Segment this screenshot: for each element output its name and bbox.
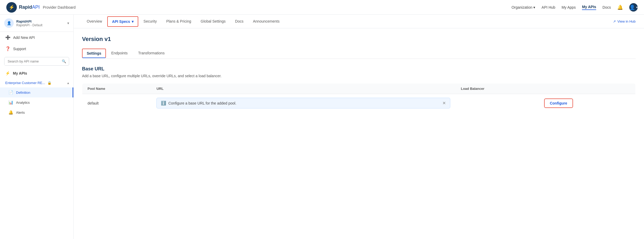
chevron-up-icon: ▴ — [67, 81, 69, 85]
nav-docs[interactable]: Docs — [602, 5, 611, 9]
info-icon: ℹ️ — [161, 101, 166, 106]
base-url-table: Pool Name URL Load Balancer default — [82, 83, 636, 112]
info-close-button[interactable]: ✕ — [442, 101, 446, 106]
info-banner: ℹ️ Configure a base URL for the added po… — [156, 98, 450, 108]
version-title: Version v1 — [82, 36, 636, 43]
support-icon: ❓ — [5, 46, 11, 51]
table-header-row: Pool Name URL Load Balancer — [82, 84, 636, 94]
col-url: URL — [151, 84, 456, 94]
top-nav-items: Organization ▾ API Hub My Apps My APIs D… — [512, 3, 638, 12]
url-cell: ℹ️ Configure a base URL for the added po… — [151, 94, 456, 112]
nav-organization[interactable]: Organization ▾ — [512, 5, 535, 9]
nav-my-apps[interactable]: My Apps — [561, 5, 576, 9]
chevron-down-icon: ▾ — [132, 19, 134, 24]
sidebar-item-alerts[interactable]: 🔔 Alerts — [0, 107, 73, 117]
page-content-area: Version v1 Settings Endpoints Transforma… — [74, 28, 644, 120]
col-pool-name: Pool Name — [82, 84, 151, 94]
sidebar-item-analytics[interactable]: 📊 Analytics — [0, 97, 73, 107]
my-apis-icon: ⚡ — [5, 71, 10, 76]
sidebar-item-my-apis[interactable]: ⚡ My APIs — [0, 68, 73, 78]
tab-transformations[interactable]: Transformations — [133, 48, 170, 59]
info-banner-text: Configure a base URL for the added pool. — [168, 101, 236, 105]
col-actions — [539, 84, 636, 94]
sec-nav-announcements[interactable]: Announcements — [248, 15, 284, 28]
base-url-title: Base URL — [82, 66, 636, 72]
sidebar-account-sub: RapidAPI - Default — [16, 23, 42, 27]
view-in-hub-link[interactable]: ↗ View in Hub — [613, 19, 636, 23]
support-link[interactable]: ❓ Support — [0, 43, 73, 54]
main-content: Overview API Specs ▾ Security Plans & Pr… — [74, 15, 644, 239]
sidebar-item-definition[interactable]: 📄 Definition — [0, 87, 73, 97]
nav-api-hub[interactable]: API Hub — [541, 5, 555, 9]
sec-nav-plans-pricing[interactable]: Plans & Pricing — [161, 15, 196, 28]
url-cell-content: ℹ️ Configure a base URL for the added po… — [156, 98, 450, 108]
notification-bell-icon[interactable]: 🔔 — [617, 4, 623, 10]
pool-name-cell: default — [82, 94, 151, 112]
external-link-icon: ↗ — [613, 19, 616, 23]
sec-nav-global-settings[interactable]: Global Settings — [196, 15, 230, 28]
sec-nav-api-specs[interactable]: API Specs ▾ — [107, 16, 138, 27]
action-cell: Configure — [539, 94, 636, 112]
configure-button[interactable]: Configure — [544, 98, 573, 108]
sidebar-account-switcher[interactable]: 👤 RapidAPI RapidAPI - Default ▾ — [0, 15, 73, 32]
lock-icon: 🔒 — [47, 81, 52, 85]
definition-icon: 📄 — [8, 90, 13, 95]
user-avatar[interactable]: 👤 ▾ — [629, 3, 638, 12]
logo-icon: ⚡ — [6, 2, 17, 13]
sec-nav-security[interactable]: Security — [139, 15, 162, 28]
version-tabs: Settings Endpoints Transformations — [82, 48, 636, 59]
tab-endpoints[interactable]: Endpoints — [106, 48, 133, 59]
add-new-api-button[interactable]: ➕ Add New API — [0, 32, 73, 43]
sec-nav-overview[interactable]: Overview — [82, 15, 107, 28]
alerts-icon: 🔔 — [8, 110, 13, 115]
tab-settings[interactable]: Settings — [82, 49, 106, 58]
plus-icon: ➕ — [5, 35, 11, 40]
search-button[interactable]: 🔍 — [59, 57, 69, 65]
search-input[interactable] — [4, 57, 59, 65]
chevron-down-icon: ▾ — [533, 5, 535, 9]
sidebar-api-group-header[interactable]: Enterprise Customer RE... 🔒 ▴ — [0, 78, 73, 87]
col-load-balancer: Load Balancer — [456, 84, 539, 94]
load-balancer-cell — [456, 94, 539, 112]
provider-dashboard-label: Provider Dashboard — [43, 5, 76, 9]
base-url-description: Add a base URL, configure multiple URLs,… — [82, 74, 636, 78]
table-row: default ℹ️ Configure a base URL for the … — [82, 94, 636, 112]
chevron-down-icon: ▾ — [67, 21, 69, 25]
logo-rapid-text: RapidAPI — [19, 5, 40, 10]
sec-nav-docs[interactable]: Docs — [230, 15, 248, 28]
base-url-section: Base URL Add a base URL, configure multi… — [82, 66, 636, 112]
api-search: 🔍 — [4, 57, 69, 66]
sidebar-account-avatar: 👤 — [4, 18, 14, 28]
nav-my-apis[interactable]: My APIs — [582, 5, 596, 10]
logo[interactable]: ⚡ RapidAPI Provider Dashboard — [6, 2, 76, 13]
analytics-icon: 📊 — [8, 100, 13, 105]
sidebar-account-name: RapidAPI — [16, 19, 42, 23]
sidebar: 👤 RapidAPI RapidAPI - Default ▾ ➕ Add Ne… — [0, 15, 74, 239]
top-nav: ⚡ RapidAPI Provider Dashboard Organizati… — [0, 0, 644, 15]
secondary-nav: Overview API Specs ▾ Security Plans & Pr… — [74, 15, 644, 28]
